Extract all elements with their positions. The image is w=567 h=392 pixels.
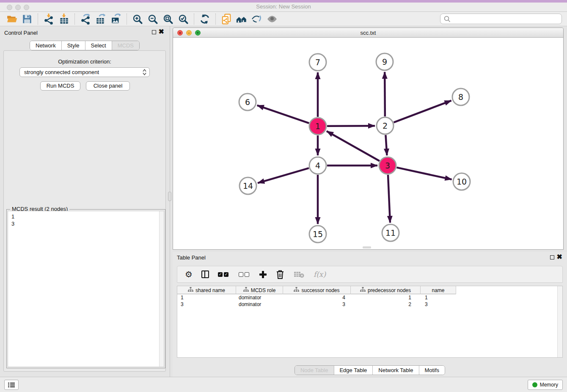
memory-button[interactable]: Memory: [528, 380, 563, 390]
search-input[interactable]: [453, 16, 561, 22]
tab-mcds[interactable]: MCDS: [112, 41, 139, 50]
cell-name[interactable]: 1: [421, 294, 456, 301]
graph-node-label-1: 1: [315, 121, 320, 131]
mcds-result-box[interactable]: 13: [8, 211, 164, 367]
result-scrollbar[interactable]: [159, 211, 164, 367]
import-table-icon[interactable]: [58, 14, 69, 25]
graph-edge-3-1[interactable]: [327, 131, 380, 161]
tab-select[interactable]: Select: [85, 41, 112, 50]
table-scrollbar[interactable]: [557, 286, 562, 357]
column-header-mcds-role[interactable]: MCDS role: [236, 286, 283, 294]
panel-divider-handle[interactable]: [168, 192, 171, 201]
table-panel-tabs: Node TableEdge TableNetwork TableMotifs: [295, 365, 445, 375]
network-scroll-handle[interactable]: [363, 246, 371, 248]
column-settings-icon[interactable]: ⚙: [185, 269, 193, 279]
tab-edge-table[interactable]: Edge Table: [334, 366, 373, 375]
graph-edge-2-3[interactable]: [385, 135, 387, 155]
zoom-fit-icon[interactable]: [162, 14, 173, 25]
zoom-selected-icon[interactable]: [178, 14, 189, 25]
show-all-icon[interactable]: [267, 14, 278, 25]
node-table: shared nameMCDS rolesuccessor nodesprede…: [177, 286, 563, 358]
toolbar-separator: [215, 14, 216, 25]
memory-label: Memory: [540, 382, 558, 388]
toolbar-separator: [38, 14, 38, 25]
table-panel: Table Panel ✖ ⚙ ✓✓ f(x) shared nameMCDS …: [173, 252, 567, 377]
clone-network-icon[interactable]: [221, 14, 232, 25]
function-builder-icon: f(x): [314, 269, 326, 279]
tab-motifs[interactable]: Motifs: [419, 366, 445, 375]
search-field[interactable]: [440, 14, 562, 24]
graph-edge-4-14[interactable]: [258, 168, 309, 183]
control-panel-close-icon[interactable]: ✖: [159, 28, 164, 36]
cell-predecessor-nodes[interactable]: 2: [351, 301, 421, 308]
network-window-titlebar[interactable]: × − + scc.txt: [173, 28, 563, 38]
mcds-result-line: 1: [11, 213, 164, 220]
table-panel-float-icon[interactable]: [550, 255, 554, 259]
column-header-predecessor-nodes[interactable]: predecessor nodes: [351, 286, 421, 294]
select-all-rows-icon[interactable]: ✓✓: [218, 269, 230, 279]
table-panel-mode-icon[interactable]: [201, 269, 209, 279]
toolbar-separator: [74, 14, 75, 25]
mcds-panel: Optimization criterion: strongly connect…: [3, 50, 166, 372]
delete-columns-icon[interactable]: [275, 269, 285, 279]
column-header-label: predecessor nodes: [368, 287, 411, 293]
cell-shared-name[interactable]: 3: [177, 301, 236, 308]
export-network-icon[interactable]: [80, 14, 91, 25]
column-header-successor-nodes[interactable]: successor nodes: [283, 286, 351, 294]
tab-style[interactable]: Style: [62, 41, 85, 50]
tab-network-table[interactable]: Network Table: [373, 366, 419, 375]
criterion-dropdown[interactable]: strongly connected component: [19, 67, 150, 77]
import-network-icon[interactable]: [43, 14, 54, 25]
graph-edge-3-10[interactable]: [396, 168, 451, 179]
network-canvas[interactable]: 7968124314101511: [173, 38, 563, 249]
tree-column-icon: [294, 287, 299, 293]
close-panel-button[interactable]: Close panel: [86, 81, 130, 91]
graph-edge-2-8[interactable]: [394, 101, 451, 123]
graph-node-label-15: 15: [313, 229, 323, 239]
panel-divider: [170, 26, 170, 377]
cell-mcds-role[interactable]: dominator: [236, 301, 283, 308]
column-header-shared-name[interactable]: shared name: [177, 286, 236, 294]
memory-status-icon: [532, 382, 537, 387]
task-history-button[interactable]: [4, 380, 19, 390]
graph-node-label-6: 6: [245, 97, 250, 107]
cell-name[interactable]: 3: [421, 301, 456, 308]
criterion-value: strongly connected component: [24, 69, 99, 75]
cell-successor-nodes[interactable]: 3: [283, 301, 351, 308]
table-header-row: shared nameMCDS rolesuccessor nodesprede…: [177, 286, 456, 294]
control-panel-float-icon[interactable]: [152, 30, 156, 34]
graph-edge-2-9[interactable]: [385, 72, 385, 116]
zoom-out-icon[interactable]: [147, 14, 158, 25]
graph-node-label-8: 8: [458, 92, 463, 102]
graph-edge-1-2[interactable]: [327, 126, 375, 126]
tab-node-table[interactable]: Node Table: [295, 366, 334, 375]
save-session-icon[interactable]: [22, 14, 33, 25]
cell-shared-name[interactable]: 1: [177, 294, 236, 301]
export-image-icon[interactable]: [110, 14, 121, 25]
graph-edge-1-6[interactable]: [257, 105, 309, 123]
table-panel-close-icon[interactable]: ✖: [557, 253, 562, 261]
open-session-icon[interactable]: [6, 14, 17, 25]
os-titlebar: Session: New Session: [0, 0, 567, 12]
graph-node-label-9: 9: [382, 57, 387, 66]
graph-edge-3-11[interactable]: [388, 175, 390, 223]
table-row[interactable]: 3dominator323: [177, 301, 562, 308]
delete-table-icon: [294, 269, 305, 279]
hide-selected-icon[interactable]: [251, 14, 262, 25]
zoom-in-icon[interactable]: [132, 14, 143, 25]
column-header-name[interactable]: name: [421, 286, 456, 294]
run-mcds-button[interactable]: Run MCDS: [40, 81, 80, 91]
search-icon: [443, 15, 451, 23]
export-table-icon[interactable]: [95, 14, 106, 25]
toolbar-separator: [194, 14, 194, 25]
tab-network[interactable]: Network: [30, 41, 62, 50]
create-column-icon[interactable]: [259, 269, 267, 279]
cell-predecessor-nodes[interactable]: 1: [351, 294, 421, 301]
apply-layout-icon[interactable]: [199, 14, 210, 25]
graph-node-label-2: 2: [383, 121, 388, 130]
cell-successor-nodes[interactable]: 4: [283, 294, 351, 301]
first-neighbors-icon[interactable]: [236, 14, 247, 25]
cell-mcds-role[interactable]: dominator: [236, 294, 283, 301]
table-row[interactable]: 1dominator411: [177, 294, 562, 301]
deselect-all-rows-icon[interactable]: [239, 269, 250, 279]
